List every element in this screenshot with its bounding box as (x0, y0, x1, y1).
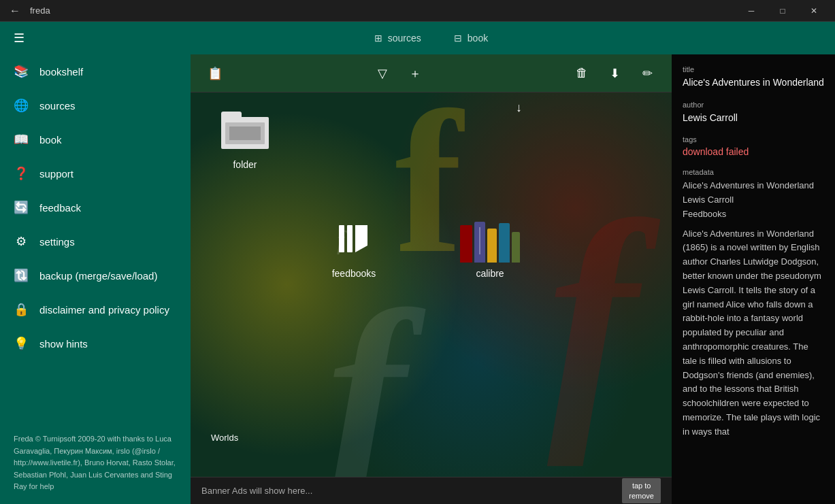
right-panel: title Alice's Adventures in Wonderland a… (672, 54, 835, 504)
disclaimer-icon: 🔒 (14, 302, 29, 317)
banner-ad: Banner Ads will show here... tap to remo… (191, 477, 672, 504)
source-items-container: folder (191, 93, 672, 477)
banner-text: Banner Ads will show here... (201, 486, 312, 496)
top-nav-tabs: ⊞ sources ⊟ book (38, 22, 824, 54)
close-button[interactable]: ✕ (798, 0, 830, 22)
window-controls: ─ □ ✕ (736, 0, 830, 22)
back-button[interactable]: ← (5, 1, 24, 20)
sidebar: 📚 bookshelf 🌐 sources 📖 book ❓ support 🔄… (0, 54, 191, 504)
backup-icon: 🔃 (14, 268, 29, 283)
sources-grid: f f f ↓ (191, 93, 672, 477)
calibre-label: calibre (476, 268, 504, 279)
svg-text:f: f (337, 226, 347, 254)
metadata-title: Alice's Adventures in Wonderland (683, 179, 824, 193)
metadata-author: Lewis Carroll (683, 193, 824, 207)
sidebar-label-settings: settings (39, 236, 75, 248)
feedbooks-label: feedbooks (332, 268, 376, 279)
folder-icon (221, 112, 269, 149)
sidebar-label-hints: show hints (39, 338, 88, 350)
sources-icon: 🌐 (14, 98, 29, 113)
metadata-content: Alice's Adventures in Wonderland Lewis C… (683, 179, 824, 439)
source-item-calibre[interactable]: calibre (449, 215, 531, 279)
feedback-icon: 🔄 (14, 200, 29, 215)
hints-icon: 💡 (14, 336, 29, 351)
top-nav: ☰ ⊞ sources ⊟ book (0, 22, 835, 54)
minimize-button[interactable]: ─ (736, 0, 767, 22)
sidebar-label-sources: sources (39, 100, 76, 112)
delete-button[interactable]: 🗑 (568, 60, 595, 87)
sources-tab-icon: ⊞ (374, 33, 382, 44)
sources-toolbar: 📋 ▽ ＋ 🗑 ⬇ ✏ (191, 54, 672, 93)
sources-tab-label: sources (388, 33, 421, 44)
edit-button[interactable]: ✏ (634, 60, 661, 87)
author-label: author (683, 101, 824, 109)
sidebar-label-backup: backup (merge/save/load) (39, 270, 157, 282)
book-icon: 📖 (14, 132, 29, 147)
sidebar-label-disclaimer: disclaimer and privacy policy (39, 304, 169, 316)
feedbooks-icon-container: f (327, 215, 381, 263)
sidebar-label-bookshelf: bookshelf (39, 66, 83, 78)
sidebar-item-support[interactable]: ❓ support (0, 156, 191, 190)
folder-icon-container (218, 106, 272, 154)
worlds-text: Worlds (211, 433, 238, 443)
titlebar-left: ← freda (5, 1, 50, 20)
titlebar: ← freda ─ □ ✕ (0, 0, 835, 22)
add-button[interactable]: ＋ (402, 60, 429, 87)
scroll-indicator: ↓ (516, 101, 522, 115)
sidebar-item-bookshelf[interactable]: 📚 bookshelf (0, 54, 191, 88)
sidebar-item-disclaimer[interactable]: 🔒 disclaimer and privacy policy (0, 292, 191, 326)
tab-sources[interactable]: ⊞ sources (358, 22, 438, 54)
metadata-label: metadata (683, 168, 824, 176)
sidebar-footer: Freda © Turnipsoft 2009-20 with thanks t… (0, 422, 191, 504)
sidebar-item-sources[interactable]: 🌐 sources (0, 88, 191, 122)
title-value: Alice's Adventures in Wonderland (683, 76, 824, 90)
sidebar-item-hints[interactable]: 💡 show hints (0, 326, 191, 360)
sidebar-item-settings[interactable]: ⚙ settings (0, 224, 191, 258)
main-content: 📋 ▽ ＋ 🗑 ⬇ ✏ f f f (191, 54, 672, 504)
book-tab-label: book (468, 33, 488, 44)
folder-label: folder (233, 159, 257, 170)
calibre-icon (460, 215, 520, 263)
calibre-icon-container (463, 215, 517, 263)
maximize-button[interactable]: □ (767, 0, 798, 22)
bookshelf-icon: 📚 (14, 64, 29, 79)
metadata-description: Alice's Adventures in Wonderland (1865) … (683, 227, 824, 439)
book-tab-icon: ⊟ (454, 33, 462, 44)
settings-icon: ⚙ (14, 234, 29, 249)
source-item-feedbooks[interactable]: f feedbooks (313, 215, 395, 279)
filter-button[interactable]: ▽ (369, 60, 396, 87)
source-item-folder[interactable]: folder (204, 106, 286, 279)
metadata-source: Feedbooks (683, 207, 824, 222)
content-area: 📚 bookshelf 🌐 sources 📖 book ❓ support 🔄… (0, 54, 835, 504)
download-button[interactable]: ⬇ (601, 60, 628, 87)
sidebar-label-book: book (39, 134, 62, 146)
remove-banner-button[interactable]: tap to remove (622, 478, 661, 503)
sidebar-item-book[interactable]: 📖 book (0, 122, 191, 156)
tab-book[interactable]: ⊟ book (438, 22, 504, 54)
author-value: Lewis Carroll (683, 112, 824, 125)
support-icon: ❓ (14, 166, 29, 181)
sidebar-item-backup[interactable]: 🔃 backup (merge/save/load) (0, 258, 191, 292)
clipboard-button[interactable]: 📋 (201, 60, 229, 87)
download-failed: download failed (683, 146, 824, 157)
sidebar-label-support: support (39, 168, 73, 180)
sidebar-item-feedback[interactable]: 🔄 feedback (0, 190, 191, 224)
svg-rect-2 (347, 225, 353, 252)
title-label: title (683, 65, 824, 73)
hamburger-icon[interactable]: ☰ (11, 28, 27, 48)
app-title: freda (30, 5, 50, 16)
tags-label: tags (683, 135, 824, 144)
app-container: ☰ ⊞ sources ⊟ book 📚 bookshelf 🌐 sources (0, 22, 835, 504)
feedbooks-icon: f (330, 215, 378, 263)
sidebar-label-feedback: feedback (39, 202, 81, 214)
